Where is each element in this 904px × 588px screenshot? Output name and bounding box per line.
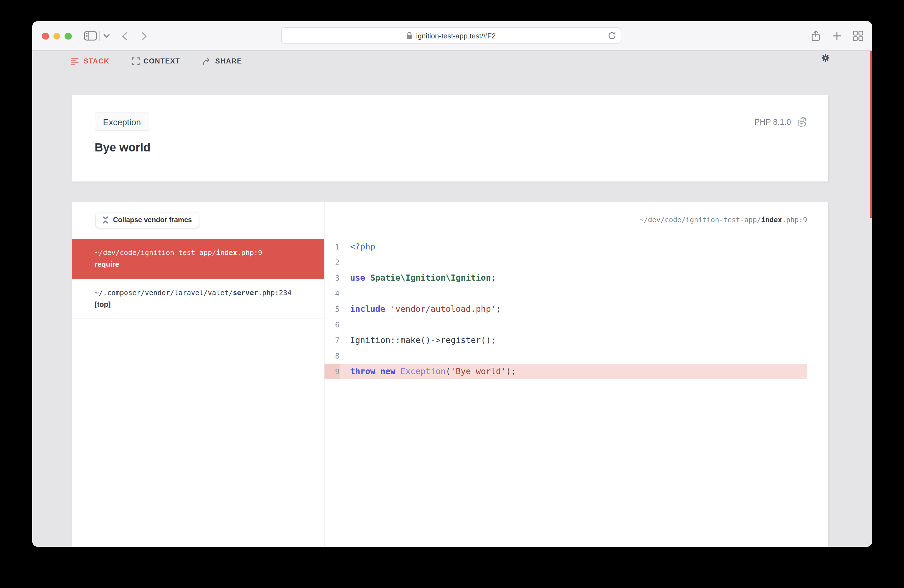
browser-toolbar: ignition-test-app.test/#F2: [32, 21, 872, 51]
code-line: 4: [324, 285, 807, 301]
tab-context-label: CONTEXT: [143, 57, 180, 65]
lock-icon: [407, 32, 413, 40]
tab-share[interactable]: SHARE: [202, 57, 242, 65]
stack-frames-pane: Collapse vendor frames ~/dev/code/igniti…: [72, 202, 324, 547]
line-number: 4: [324, 285, 340, 301]
stack-lines-icon: [71, 58, 80, 65]
line-number: 7: [324, 332, 340, 348]
collapse-vertical-icon: [103, 216, 109, 224]
screen: ignition-test-app.test/#F2: [0, 0, 904, 588]
line-number: 1: [324, 239, 340, 254]
line-number: 9: [324, 364, 340, 379]
code-text: use Spatie\Ignition\Ignition;: [340, 273, 496, 283]
context-brackets-icon: [132, 57, 139, 65]
frame-list: ~/dev/code/ignition-test-app/index.php:9…: [72, 239, 324, 319]
frame-path: ~/dev/code/ignition-test-app/index.php:9: [95, 247, 313, 258]
code-line: 1<?php: [324, 239, 807, 254]
php-version: PHP 8.1.0: [754, 117, 791, 126]
zoom-window-button[interactable]: [65, 33, 71, 40]
browser-window: ignition-test-app.test/#F2: [32, 21, 872, 547]
line-number: 8: [324, 348, 340, 364]
code-text: include 'vendor/autoload.php';: [340, 304, 501, 314]
ignition-nav: STACK CONTEXT SHARE: [71, 54, 264, 68]
tab-share-label: SHARE: [215, 57, 242, 65]
collapse-vendor-frames-label: Collapse vendor frames: [113, 216, 192, 224]
scroll-indicator[interactable]: [870, 51, 872, 218]
sidebar-toggle-icon[interactable]: [83, 21, 97, 51]
code-line: 9throw new Exception('Bye world');: [324, 364, 807, 379]
code-line: 5include 'vendor/autoload.php';: [324, 301, 807, 316]
code-line: 2: [324, 254, 807, 270]
tab-stack-label: STACK: [84, 57, 109, 65]
tab-context[interactable]: CONTEXT: [132, 57, 180, 65]
forward-icon[interactable]: [140, 21, 149, 51]
frame-method: [top]: [95, 298, 313, 310]
new-tab-icon[interactable]: [831, 21, 842, 51]
line-number: 2: [324, 254, 340, 270]
code-text: <?php: [340, 241, 375, 251]
share-icon[interactable]: [810, 21, 821, 51]
code-pane: ~/dev/code/ignition-test-app/index.php:9…: [324, 202, 828, 547]
stack-section: Collapse vendor frames ~/dev/code/igniti…: [72, 202, 828, 547]
address-bar[interactable]: ignition-test-app.test/#F2: [281, 27, 621, 44]
tab-stack[interactable]: STACK: [71, 57, 109, 65]
minimize-window-button[interactable]: [53, 33, 60, 40]
error-message: Bye world: [95, 141, 150, 154]
ignition-page: STACK CONTEXT SHARE: [32, 51, 872, 547]
code-line: 3use Spatie\Ignition\Ignition;: [324, 270, 807, 285]
collapse-vendor-frames-button[interactable]: Collapse vendor frames: [96, 212, 198, 228]
back-icon[interactable]: [120, 21, 129, 51]
frame-path: ~/.composer/vendor/laravel/valet/server.…: [95, 287, 313, 298]
error-card: Exception Bye world PHP 8.1.0: [72, 95, 828, 181]
code-line: 6: [324, 316, 807, 332]
reload-icon[interactable]: [607, 31, 616, 43]
code-text: throw new Exception('Bye world');: [340, 366, 516, 376]
line-number: 6: [324, 316, 340, 332]
code-line: 7Ignition::make()->register();: [324, 332, 807, 348]
laravel-icon: [797, 116, 807, 127]
frame-method: require: [95, 258, 313, 270]
line-number: 5: [324, 301, 340, 316]
url-text: ignition-test-app.test/#F2: [416, 32, 496, 40]
code-snippet: 1<?php23use Spatie\Ignition\Ignition;45i…: [324, 239, 828, 379]
stack-frame-active[interactable]: ~/dev/code/ignition-test-app/index.php:9…: [72, 239, 324, 279]
tab-overview-icon[interactable]: [852, 21, 863, 51]
code-line: 8: [324, 348, 807, 364]
settings-gear-icon[interactable]: [821, 54, 830, 62]
stack-frame[interactable]: ~/.composer/vendor/laravel/valet/server.…: [72, 279, 324, 319]
code-file-path: ~/dev/code/ignition-test-app/index.php:9: [640, 215, 807, 224]
toolbar-separator: [99, 31, 100, 41]
line-number: 3: [324, 270, 340, 285]
share-arrow-icon: [202, 57, 211, 65]
code-text: Ignition::make()->register();: [340, 335, 496, 345]
exception-class-badge: Exception: [95, 112, 149, 131]
chevron-down-icon[interactable]: [103, 21, 110, 51]
close-window-button[interactable]: [42, 33, 49, 40]
